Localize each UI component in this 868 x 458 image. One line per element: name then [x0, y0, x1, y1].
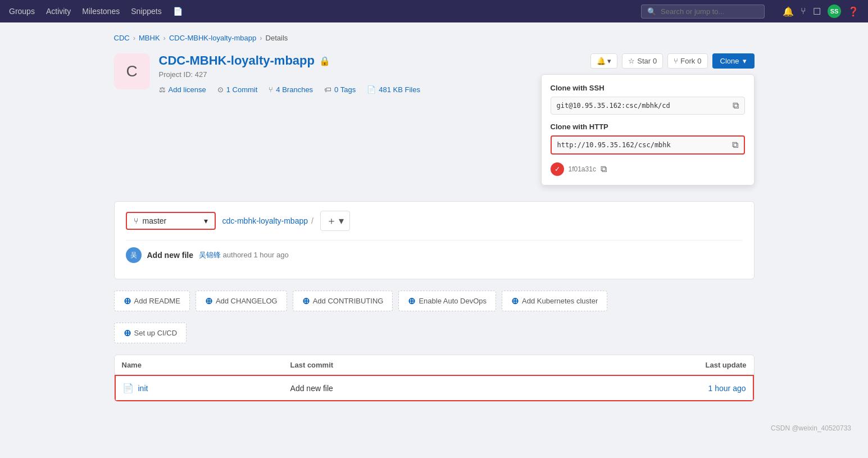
- copy-hash-button[interactable]: ⧉: [601, 164, 607, 174]
- breadcrumb-project[interactable]: CDC-MBHK-loyalty-mbapp: [169, 34, 256, 42]
- nav-activity[interactable]: Activity: [46, 7, 71, 16]
- enable-autodevops-button[interactable]: ⊕ Enable Auto DevOps: [398, 291, 496, 311]
- project-title: CDC-MBHK-loyalty-mbapp 🔒: [159, 53, 420, 68]
- notifications-icon[interactable]: 🔔: [783, 6, 794, 17]
- col-name: Name: [115, 355, 284, 375]
- header-right-panel: 🔔 ▾ ☆ Star 0 ⑂ Fork 0 Clone ▾ Clone: [541, 53, 755, 185]
- project-avatar: C: [114, 53, 150, 89]
- file-name-cell: 📄 init: [115, 375, 284, 401]
- col-last-update: Last update: [522, 355, 753, 375]
- user-avatar[interactable]: SS: [828, 4, 841, 18]
- add-license-link[interactable]: ⚖ Add license: [159, 85, 206, 94]
- plus-icon: ＋: [326, 214, 337, 228]
- footer-text: CSDN @weixin_40520733: [771, 424, 851, 432]
- nav-snippets[interactable]: Snippets: [131, 7, 161, 16]
- commit-author[interactable]: 吴锦锋: [199, 251, 221, 259]
- search-input[interactable]: [661, 7, 751, 16]
- footer: CSDN @weixin_40520733: [0, 413, 868, 443]
- nav-docs-icon[interactable]: 📄: [173, 7, 183, 16]
- add-kubernetes-button[interactable]: ⊕ Add Kubernetes cluster: [502, 291, 607, 311]
- breadcrumb-sep-1: ›: [133, 34, 135, 42]
- fork-label: Fork: [680, 57, 695, 65]
- star-count: 0: [653, 57, 657, 65]
- breadcrumb-cdc[interactable]: CDC: [114, 34, 130, 42]
- current-branch-label: master: [143, 216, 167, 225]
- setup-cicd-label: Set up CI/CD: [134, 329, 178, 337]
- commit-icon: ⊙: [217, 85, 224, 94]
- file-table-header: Name Last commit Last update: [115, 355, 753, 375]
- add-kubernetes-label: Add Kubernetes cluster: [522, 297, 598, 305]
- clone-ssh-title: Clone with SSH: [551, 84, 745, 92]
- clone-http-url-box: http://10.95.35.162/csc/mbhk ⧉: [551, 135, 745, 155]
- tags-link[interactable]: 🏷 0 Tags: [324, 85, 356, 94]
- commits-link[interactable]: ⊙ 1 Commit: [217, 85, 258, 94]
- project-info: CDC-MBHK-loyalty-mbapp 🔒 Project ID: 427…: [159, 53, 420, 94]
- branches-link[interactable]: ⑂ 4 Branches: [269, 85, 313, 94]
- clone-button[interactable]: Clone ▾: [712, 53, 755, 69]
- setup-cicd-button[interactable]: ⊕ Set up CI/CD: [114, 323, 187, 343]
- path-breadcrumb: cdc-mbhk-loyalty-mbapp /: [222, 216, 313, 225]
- notifications-button[interactable]: 🔔 ▾: [590, 53, 618, 69]
- copy-ssh-button[interactable]: ⧉: [733, 101, 739, 111]
- help-icon[interactable]: ❓: [848, 6, 859, 17]
- search-box[interactable]: 🔍: [641, 4, 765, 19]
- branch-selector[interactable]: ⑂ master ▾: [126, 212, 216, 230]
- files-icon: 📄: [367, 85, 376, 94]
- add-readme-label: Add README: [134, 297, 180, 305]
- star-label: Star: [637, 57, 651, 65]
- branch-icon-inline: ⑂: [134, 216, 138, 225]
- top-navigation: Groups Activity Milestones Snippets 📄 🔍 …: [0, 0, 868, 22]
- breadcrumb-mbhk[interactable]: MBHK: [139, 34, 160, 42]
- copy-confirm-icon: ✓: [551, 162, 564, 176]
- file-name-link[interactable]: 📄 init: [122, 383, 277, 393]
- merge-requests-icon[interactable]: ⑂: [801, 6, 806, 16]
- add-file-chevron: ▾: [339, 215, 344, 227]
- fork-button[interactable]: ⑂ Fork 0: [667, 53, 707, 69]
- commit-author-avatar: 吴: [126, 247, 142, 263]
- fork-count: 0: [697, 57, 701, 65]
- tag-icon: 🏷: [324, 85, 331, 94]
- clone-dropdown-panel: Clone with SSH git@10.95.35.162:csc/mbhk…: [541, 74, 755, 185]
- nav-groups[interactable]: Groups: [9, 7, 35, 16]
- search-icon: 🔍: [647, 7, 656, 16]
- breadcrumb-sep-3: ›: [260, 34, 262, 42]
- file-table-container: Name Last commit Last update 📄 init Add …: [114, 355, 755, 402]
- add-readme-button[interactable]: ⊕ Add README: [114, 291, 190, 311]
- add-file-button[interactable]: ＋ ▾: [320, 211, 350, 231]
- clone-http-title: Clone with HTTP: [551, 123, 745, 131]
- add-changelog-label: Add CHANGELOG: [216, 297, 278, 305]
- project-stats: ⚖ Add license ⊙ 1 Commit ⑂ 4 Branches 🏷 …: [159, 85, 420, 94]
- commit-message: Add new file: [147, 251, 193, 260]
- commit-time-text: authored 1 hour ago: [223, 251, 289, 259]
- header-actions: 🔔 ▾ ☆ Star 0 ⑂ Fork 0 Clone ▾: [590, 53, 755, 69]
- branch-icon: ⑂: [269, 85, 273, 94]
- clone-ssh-url-box: git@10.95.35.162:csc/mbhk/cd ⧉: [551, 97, 745, 115]
- copy-confirm-text: 1f01a31c: [569, 165, 596, 173]
- nav-milestones[interactable]: Milestones: [82, 7, 120, 16]
- file-name-text: init: [138, 384, 148, 393]
- plus-icon-contributing: ⊕: [302, 296, 310, 306]
- breadcrumb: CDC › MBHK › CDC-MBHK-loyalty-mbapp › De…: [114, 34, 755, 42]
- breadcrumb-sep-2: ›: [163, 34, 166, 42]
- file-table: Name Last commit Last update 📄 init Add …: [115, 355, 754, 401]
- repo-content-area: ⑂ master ▾ cdc-mbhk-loyalty-mbapp / ＋ ▾ …: [114, 201, 755, 279]
- file-table-body: 📄 init Add new file 1 hour ago: [115, 375, 753, 401]
- issues-icon[interactable]: ☐: [813, 6, 821, 17]
- add-contributing-button[interactable]: ⊕ Add CONTRIBUTING: [293, 291, 393, 311]
- files-link[interactable]: 📄 481 KB Files: [367, 85, 420, 94]
- license-icon: ⚖: [159, 85, 166, 94]
- path-sep: /: [311, 216, 313, 225]
- nav-icon-group: 🔔 ⑂ ☐ SS ❓: [783, 4, 859, 18]
- copy-http-button[interactable]: ⧉: [732, 140, 738, 150]
- branch-row: ⑂ master ▾ cdc-mbhk-loyalty-mbapp / ＋ ▾: [126, 211, 743, 231]
- plus-icon-devops: ⊕: [408, 296, 415, 306]
- project-id: Project ID: 427: [159, 70, 420, 79]
- commit-info: 吴 Add new file 吴锦锋 authored 1 hour ago: [126, 240, 743, 270]
- clone-ssh-url: git@10.95.35.162:csc/mbhk/cd: [557, 102, 728, 110]
- add-contributing-label: Add CONTRIBUTING: [313, 297, 384, 305]
- star-button[interactable]: ☆ Star 0: [622, 53, 663, 69]
- add-changelog-button[interactable]: ⊕ Add CHANGELOG: [196, 291, 287, 311]
- fork-icon: ⑂: [674, 57, 678, 65]
- clone-chevron-icon: ▾: [743, 57, 747, 65]
- repo-path-name[interactable]: cdc-mbhk-loyalty-mbapp: [222, 216, 308, 225]
